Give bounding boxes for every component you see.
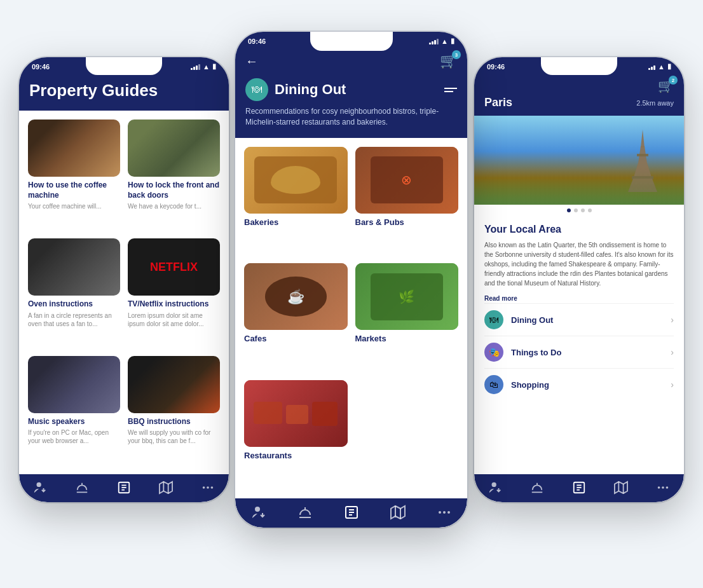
guide-title-coffee: How to use the coffee machine: [28, 181, 120, 200]
guide-title-oven: Oven instructions: [28, 299, 120, 310]
svg-point-37: [662, 486, 664, 489]
filter-icon[interactable]: [444, 88, 457, 92]
guide-desc-speaker: If you're on PC or Mac, open your web br…: [28, 428, 120, 445]
signal-icon-left: [191, 63, 200, 70]
dining-list-icon: 🍽: [484, 310, 503, 329]
nav-guides-right[interactable]: [572, 481, 586, 495]
dining-header-row: 🍽 Dining Out: [245, 78, 457, 101]
signal-icon-center: [429, 38, 439, 44]
center-nav: ← 🛒 3: [245, 53, 457, 69]
svg-point-9: [207, 486, 209, 489]
left-header: Property Guides: [19, 73, 229, 111]
dining-subtitle: Recommendations for cosy neighbourhood b…: [245, 106, 457, 128]
nav-map-right[interactable]: [614, 481, 628, 495]
things-chevron-icon: ›: [671, 347, 674, 357]
cart-badge-right: 2: [669, 76, 678, 85]
phone-notch-left: [86, 57, 162, 75]
cart-badge-center: 3: [452, 50, 461, 59]
food-card-markets[interactable]: 🌿 Markets: [355, 263, 459, 373]
guide-img-speaker: [28, 356, 120, 413]
wifi-icon-center: ▲: [441, 38, 448, 45]
bottom-nav-left: [19, 474, 229, 502]
time-left: 09:46: [32, 63, 50, 71]
food-card-bakeries[interactable]: Bakeries: [244, 147, 348, 256]
food-img-bars: ⊗: [355, 147, 459, 214]
nav-guides-center[interactable]: [344, 505, 359, 520]
food-img-bakeries: [244, 147, 348, 214]
nav-concierge-center[interactable]: [297, 505, 313, 520]
dot-4[interactable]: [588, 209, 592, 212]
cart-icon-right[interactable]: 🛒 2: [658, 78, 674, 93]
food-img-markets: 🌿: [355, 263, 459, 330]
nav-checkin-center[interactable]: [251, 505, 266, 520]
dot-1[interactable]: [567, 209, 571, 212]
guide-card-netflix[interactable]: NETFLIX TV/Netflix instructions Lorem ip…: [128, 238, 220, 348]
signal-icon-right: [648, 63, 655, 70]
nav-guides-left[interactable]: [117, 481, 131, 495]
svg-point-10: [211, 486, 214, 489]
guide-desc-netflix: Lorem ipsum dolor sit ame ipsum dolor si…: [128, 311, 220, 328]
time-right: 09:46: [487, 63, 505, 71]
guide-list-shopping[interactable]: 🛍 Shopping ›: [484, 368, 674, 400]
guide-desc-oven: A fan in a circle represents an oven tha…: [28, 311, 120, 328]
things-list-icon: 🎭: [484, 343, 503, 362]
phone-notch-right: [541, 57, 617, 75]
food-card-restaurants[interactable]: Restaurants: [244, 380, 348, 489]
battery-icon-center: ▮: [451, 37, 454, 45]
cart-icon-center[interactable]: 🛒 3: [440, 53, 457, 69]
guide-list-things[interactable]: 🎭 Things to Do ›: [484, 336, 674, 368]
guide-title-speaker: Music speakers: [28, 417, 120, 427]
phones-container: 09:46 ▲ ▮ Property Guides: [0, 0, 703, 588]
food-label-restaurants: Restaurants: [244, 451, 348, 460]
phone-notch-center: [310, 32, 393, 51]
nav-more-right[interactable]: [656, 481, 670, 495]
phone-right: 09:46 ▲ ▮ 🛒 2: [474, 57, 684, 502]
food-card-bars[interactable]: ⊗ Bars & Pubs: [355, 147, 459, 256]
nav-concierge-left[interactable]: [75, 481, 89, 495]
nav-checkin-right[interactable]: [488, 481, 502, 495]
nav-concierge-right[interactable]: [530, 481, 544, 495]
guide-img-netflix: NETFLIX: [128, 238, 220, 296]
things-list-label: Things to Do: [511, 348, 671, 357]
location-name: Paris: [484, 96, 512, 109]
food-label-cafes: Cafes: [244, 334, 348, 343]
guide-card-bbq[interactable]: BBQ instructions We will supply you with…: [128, 356, 220, 465]
guide-img-oven: [28, 238, 120, 296]
guide-desc-door: We have a keycode for t...: [128, 202, 220, 210]
food-img-restaurants: [244, 380, 348, 447]
back-button[interactable]: ←: [245, 54, 258, 69]
svg-marker-5: [160, 482, 172, 493]
dining-icon: 🍽: [245, 78, 268, 101]
time-center: 09:46: [248, 38, 266, 45]
nav-more-center[interactable]: [437, 505, 452, 520]
dot-2[interactable]: [574, 209, 578, 212]
screen-center: 09:46 ▲ ▮ ← 🛒: [235, 32, 467, 528]
guide-card-speaker[interactable]: Music speakers If you're on PC or Mac, o…: [28, 356, 120, 465]
status-icons-right: ▲ ▮: [648, 62, 671, 71]
guide-card-coffee[interactable]: How to use the coffee machine Your coffe…: [28, 120, 120, 231]
guide-card-door[interactable]: How to lock the front and back doors We …: [128, 120, 220, 231]
guide-img-door: [128, 120, 220, 177]
nav-map-center[interactable]: [390, 505, 406, 520]
read-more-link[interactable]: Read more: [484, 295, 517, 302]
food-card-cafes[interactable]: ☕ Cafes: [244, 263, 348, 373]
svg-point-21: [447, 511, 450, 514]
phone-left: 09:46 ▲ ▮ Property Guides: [19, 57, 229, 502]
svg-marker-16: [391, 506, 405, 519]
nav-checkin-left[interactable]: [33, 481, 47, 495]
battery-icon-right: ▮: [667, 62, 671, 71]
center-header: ← 🛒 3 🍽 Dining Out Reco: [235, 48, 467, 138]
location-bar: Paris 2.5km away: [484, 96, 674, 109]
bottom-nav-center: [235, 498, 467, 528]
guide-list-dining[interactable]: 🍽 Dining Out ›: [484, 303, 674, 336]
svg-marker-22: [641, 130, 645, 147]
nav-more-left[interactable]: [201, 481, 215, 495]
nav-map-left[interactable]: [159, 481, 173, 495]
local-area-text: Also known as the Latin Quarter, the 5th…: [484, 240, 674, 288]
location-dist: 2.5km away: [636, 99, 674, 107]
dot-3[interactable]: [581, 209, 585, 212]
screen-left: 09:46 ▲ ▮ Property Guides: [19, 57, 229, 502]
guide-card-oven[interactable]: Oven instructions A fan in a circle repr…: [28, 238, 120, 348]
carousel-dots: [474, 205, 684, 216]
svg-point-0: [37, 482, 41, 487]
